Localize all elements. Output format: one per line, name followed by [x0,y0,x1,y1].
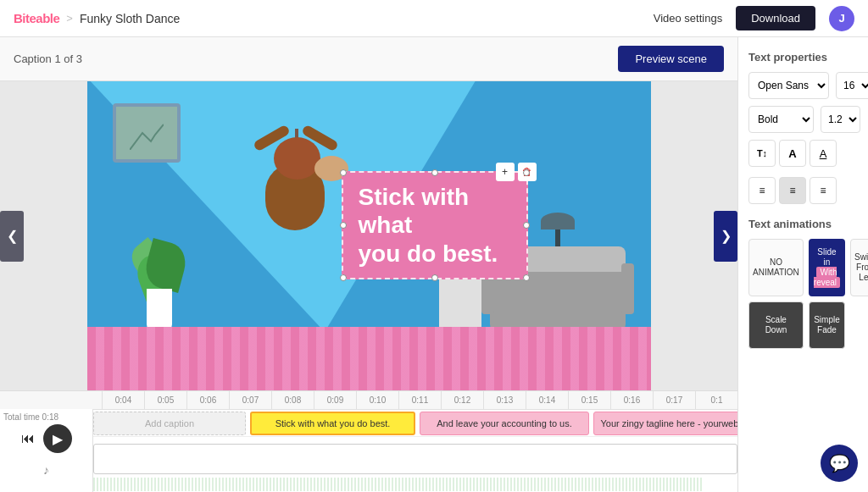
anim-slide-in-label: Slide inWith reveal [814,247,840,288]
tick-11: 0:15 [568,391,610,410]
tick-7: 0:11 [398,391,441,410]
tick-8: 0:12 [441,391,483,410]
anim-swipe-from-left[interactable]: SwipeFromLeft [850,239,868,296]
app-logo: Biteable [14,11,59,25]
audio-waveform [93,478,704,491]
caption-bar: Caption 1 of 3 Preview scene [0,37,737,81]
format-buttons-row: T↕ A A [748,140,858,167]
picture-content [130,116,164,150]
anim-simple-fade[interactable]: SimpleFade [809,301,845,349]
font-style-button[interactable]: A [779,140,806,167]
prev-scene-button[interactable]: ❮ [0,211,24,262]
caption-label: Caption 1 of 3 [14,53,82,65]
anim-scale-down[interactable]: ScaleDown [748,301,804,349]
text-overlay[interactable]: + 🗑 Stick with what you do best. [342,171,528,280]
svg-rect-0 [130,116,164,150]
caption-text-input[interactable] [93,444,737,474]
selection-handle-bl[interactable] [340,274,347,281]
topbar-left: Biteable > Funky Sloth Dance [14,11,180,25]
text-overlay-controls: + 🗑 [496,163,537,181]
text-overlay-content: Stick with what you do best. [359,183,511,268]
anim-swipe-label: SwipeFromLeft [854,252,868,283]
anim-no-animation-label: NOANIMATION [753,257,799,278]
tick-9: 0:13 [483,391,526,410]
tick-2: 0:06 [186,391,229,410]
font-weight-select[interactable]: Bold Regular Italic [748,106,814,133]
floor-pattern [87,327,651,391]
vase [147,289,172,331]
right-panel: Text properties Open Sans Arial Roboto 1… [737,37,868,492]
align-buttons-row: ≡ ≡ ≡ [748,177,858,204]
align-center-button[interactable]: ≡ [779,177,806,204]
tick-14: 0:1 [695,391,737,410]
tick-0: 0:04 [102,391,144,410]
topbar: Biteable > Funky Sloth Dance Video setti… [0,0,868,37]
add-caption-button[interactable]: Add caption [93,412,246,435]
main-layout: Caption 1 of 3 Preview scene ❮ [0,37,868,492]
tick-4: 0:08 [271,391,314,410]
animation-grid: NOANIMATION Slide inWith reveal SwipeFro… [748,239,858,349]
align-right-button[interactable]: ≡ [810,177,837,204]
font-size-row: Open Sans Arial Roboto 16 14 18 24 [748,72,858,99]
tick-13: 0:17 [653,391,695,410]
tick-12: 0:16 [610,391,653,410]
tracks-area: Add caption Stick with what you do best.… [93,410,737,492]
selection-handle-tl[interactable] [340,169,347,176]
topbar-right: Video settings Download J [654,6,854,31]
tick-3: 0:07 [229,391,271,410]
selection-handle-tm[interactable] [431,169,438,176]
weight-lineheight-row: Bold Regular Italic 1.2 1.0 1.5 [748,106,858,133]
clip-1[interactable]: Stick with what you do best. [250,412,415,435]
play-button[interactable]: ▶ [43,424,72,453]
selection-handle-br[interactable] [523,274,530,281]
clip-2[interactable]: And leave your accounting to us. [420,412,589,435]
selection-handle-bm[interactable] [431,274,438,281]
tick-10: 0:14 [526,391,568,410]
selection-handle-mr[interactable] [523,222,530,229]
anim-fade-label: SimpleFade [814,315,840,335]
next-scene-button[interactable]: ❯ [714,211,737,262]
anim-slide-in-reveal[interactable]: Slide inWith reveal [809,239,845,296]
anim-no-animation[interactable]: NOANIMATION [748,239,804,296]
font-size-select[interactable]: 16 14 18 24 [836,72,868,99]
avatar[interactable]: J [829,6,854,31]
editor-area: Caption 1 of 3 Preview scene ❮ [0,37,737,492]
canvas-wrapper: ❮ [0,81,737,390]
add-element-button[interactable]: + [496,163,515,181]
font-family-select[interactable]: Open Sans Arial Roboto [748,72,829,99]
picture-frame [113,103,181,163]
chat-support-button[interactable]: 💬 [821,445,858,482]
timeline: 0:04 0:05 0:06 0:07 0:08 0:09 0:10 0:11 … [0,390,737,492]
humidifier [439,272,481,331]
skip-to-start-button[interactable]: ⏮ [21,431,35,446]
plant [130,221,189,331]
underline-button[interactable]: A [810,140,837,167]
chevron-right-icon: ❯ [721,229,732,243]
caption-track-row: Add caption Stick with what you do best.… [93,410,737,437]
transport-controls: Total time 0:18 ⏮ ▶ ♪ [0,409,93,492]
line-height-select[interactable]: 1.2 1.0 1.5 [821,106,860,133]
transport-buttons: ⏮ ▶ [21,424,72,453]
selection-handle-ml[interactable] [340,222,347,229]
sloth-character [240,129,350,281]
total-time-label: Total time 0:18 [3,412,58,422]
music-icon: ♪ [43,463,49,477]
tick-5: 0:09 [314,391,356,410]
anim-scale-label: ScaleDown [765,315,787,335]
canvas-scene: + 🗑 Stick with what you do best. [87,81,651,390]
chevron-left-icon: ❮ [7,229,18,243]
download-button[interactable]: Download [736,6,815,30]
align-left-button[interactable]: ≡ [748,177,776,204]
preview-scene-button[interactable]: Preview scene [618,46,724,72]
text-properties-title: Text properties [748,51,858,64]
tick-6: 0:10 [356,391,398,410]
breadcrumb-separator: > [66,12,73,25]
picture-inner [116,107,177,159]
text-input-row: Add sc [93,439,737,474]
text-transform-button[interactable]: T↕ [748,140,776,167]
text-animations-title: Text animations [748,218,858,230]
timeline-ticks: 0:04 0:05 0:06 0:07 0:08 0:09 0:10 0:11 … [0,391,737,410]
video-settings-button[interactable]: Video settings [654,12,722,25]
selection-handle-tr[interactable] [523,169,530,176]
clip-3[interactable]: Your zingy tagline here - yourwebsi.te [593,412,737,435]
